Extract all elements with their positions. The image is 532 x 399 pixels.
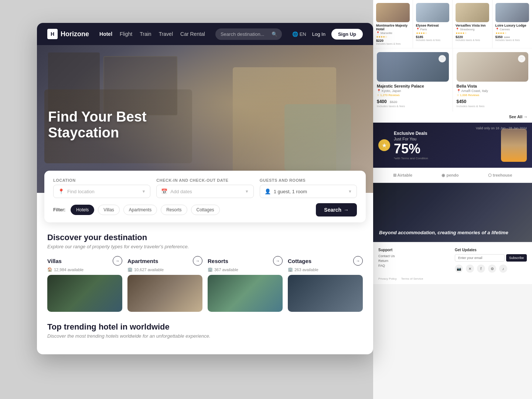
hotel-4-name: Loire Luxury Lodge <box>495 24 529 27</box>
footer-legal: Privacy Policy Terms of Service <box>378 277 527 280</box>
hotel-mini-1[interactable]: Montmartre Majesty Hotel 📍 Marseille ★★★… <box>373 0 413 48</box>
deals-banner: ★ Exclusive Deals Just For You 75% *with… <box>373 123 532 168</box>
guests-chevron-icon: ▼ <box>348 189 352 194</box>
footer-support: Support Contact Us Return FAQ <box>378 248 450 273</box>
deals-subtitle: Just For You <box>394 137 497 141</box>
logo-icon: H <box>47 29 58 39</box>
heart-icon-2[interactable]: ♡ <box>518 55 525 62</box>
language-button[interactable]: 🌐 EN <box>292 31 306 37</box>
instagram-icon[interactable]: 📷 <box>455 265 463 273</box>
signup-button[interactable]: Sign Up <box>331 29 363 40</box>
hotel-1-stars: ★★★★☆ <box>376 35 410 38</box>
hotel-large-2[interactable]: ♡ Bella Vista 📍 Amalfi Coast, Italy ☆ 1,… <box>453 48 532 112</box>
hotel-large-1-name: Majestic Serenity Palace <box>377 84 449 88</box>
right-panel: Montmartre Majesty Hotel 📍 Marseille ★★★… <box>373 0 532 399</box>
location-input[interactable]: 📍 Find location ▼ <box>53 185 150 198</box>
hotel-mini-img-4 <box>495 3 529 22</box>
main-card: H Horizone Hotel Flight Train Travel Car… <box>37 23 373 354</box>
filter-villas[interactable]: Villas <box>98 205 119 215</box>
hotel-large-1-loc-icon: 📍 <box>377 89 381 93</box>
footer-email-input[interactable] <box>455 254 505 262</box>
hotel-mini-4[interactable]: Loire Luxury Lodge 📍 Cannes ★★★★☆ $350 $… <box>492 0 532 48</box>
tiktok-icon[interactable]: ♪ <box>499 265 507 273</box>
hero-title: Find Your Best Staycation <box>48 109 203 141</box>
resorts-count: 🏢 367 available <box>208 267 283 272</box>
subscribe-button[interactable]: Subscribe <box>506 254 527 262</box>
hotel-3-loc-icon: 📍 <box>456 28 459 31</box>
nav-train[interactable]: Train <box>140 31 151 37</box>
location-field: Location 📍 Find location ▼ <box>53 178 150 198</box>
footer-updates: Get Updates Subscribe 📷 ✕ f ⚙ ♪ <box>455 248 527 273</box>
apartments-building-icon: 🏢 <box>127 267 133 272</box>
hotel-3-tax: Includes taxes & fees <box>456 39 489 41</box>
hotel-2-stars: ★★★★☆ <box>416 32 450 35</box>
cottages-building-icon: 🏢 <box>288 267 293 272</box>
date-field: Check-in and Check-out Date 📅 Add dates … <box>156 178 253 198</box>
hotel-1-location: 📍 Marseille <box>376 31 410 35</box>
hotel-mini-img-1 <box>376 3 410 22</box>
hotel-large-1[interactable]: ♡ Majestic Serenity Palace 📍 Kyoto, Japa… <box>373 48 453 112</box>
hotel-mini-2[interactable]: Elysee Retreat 📍 Paris ★★★★☆ $185 Includ… <box>413 0 453 48</box>
see-all-link[interactable]: See All → <box>373 112 532 122</box>
deals-valid: Valid only on 16 Jan - 28 Jan 2024 <box>476 126 527 130</box>
globe-icon: 🌐 <box>292 31 298 37</box>
location-icon: 📍 <box>58 188 64 194</box>
hotel-mini-3[interactable]: Versailles Vista Inn 📍 Strasbourg ★★★★☆ … <box>453 0 492 48</box>
villas-name: Villas <box>47 258 62 264</box>
promo-overlay: Beyond accommodation, creating memories … <box>373 183 532 242</box>
terms-of-service-link[interactable]: Terms of Service <box>401 277 423 280</box>
filter-cottages[interactable]: Cottages <box>191 205 220 215</box>
property-cottages[interactable]: Cottages → 🏢 263 available <box>288 256 363 312</box>
property-villas[interactable]: Villas → 🏠 12,984 available <box>47 256 122 312</box>
guests-input[interactable]: 👤 1 guest, 1 room ▼ <box>260 185 357 198</box>
partner-logos-row: ⊞ Airtable ◉ pendo ⬡ treehouse <box>373 168 532 182</box>
nav-travel[interactable]: Travel <box>159 31 173 37</box>
apartments-arrow: → <box>193 256 202 266</box>
filter-apartments[interactable]: Apartments <box>123 205 157 215</box>
resorts-image <box>208 275 283 312</box>
social-icons: 📷 ✕ f ⚙ ♪ <box>455 265 527 273</box>
guests-field: Guests and Rooms 👤 1 guest, 1 room ▼ <box>260 178 357 198</box>
hotel-2-price: $185 <box>416 35 450 39</box>
twitter-x-icon[interactable]: ✕ <box>466 265 474 273</box>
contact-us-link[interactable]: Contact Us <box>378 254 450 258</box>
property-resorts[interactable]: Resorts → 🏢 367 available <box>208 256 283 312</box>
cottages-image <box>288 275 363 312</box>
property-apartments[interactable]: Apartments → 🏢 10,627 available <box>127 256 202 312</box>
hotel-large-2-tax: Includes taxes & fees <box>457 105 529 108</box>
hotel-large-1-stars: ☆ 1,270 Reviews <box>377 93 449 97</box>
discord-icon[interactable]: ⚙ <box>488 265 496 273</box>
discover-title: Discover your destination <box>47 233 363 242</box>
login-button[interactable]: Log In <box>312 31 325 37</box>
search-panel: Location 📍 Find location ▼ Check-in and … <box>44 171 366 222</box>
nav-car-rental[interactable]: Car Rental <box>180 31 205 37</box>
return-link[interactable]: Return <box>378 259 450 263</box>
search-button[interactable]: Search → <box>316 203 357 216</box>
date-chevron-icon: ▼ <box>245 189 249 194</box>
nav-hotel[interactable]: Hotel <box>99 31 112 37</box>
deals-badge-icon: ★ <box>378 139 390 151</box>
filter-hotels[interactable]: Hotels <box>71 205 94 215</box>
hotel-large-2-loc-icon: 📍 <box>457 89 461 93</box>
promo-text: Beyond accommodation, creating memories … <box>379 230 508 236</box>
discover-subtitle: Explore our range of property types for … <box>47 244 363 249</box>
nav-flight[interactable]: Flight <box>120 31 132 37</box>
faq-link[interactable]: FAQ <box>378 264 450 267</box>
lang-label: EN <box>300 31 306 37</box>
hotel-4-loc-icon: 📍 <box>495 28 499 31</box>
date-label: Check-in and Check-out Date <box>156 178 253 183</box>
property-grid: Villas → 🏠 12,984 available Apartments →… <box>47 256 363 312</box>
heart-icon-1[interactable]: ♡ <box>439 55 446 62</box>
hotel-4-orig-price: $388 <box>504 36 510 38</box>
hotel-1-loc-icon: 📍 <box>376 31 380 35</box>
hotel-mini-row: Montmartre Majesty Hotel 📍 Marseille ★★★… <box>373 0 532 48</box>
filter-resorts[interactable]: Resorts <box>161 205 187 215</box>
search-bar: 🔍 <box>215 28 282 40</box>
date-input[interactable]: 📅 Add dates ▼ <box>156 185 253 198</box>
hotel-3-stars: ★★★★☆ <box>456 32 489 35</box>
privacy-policy-link[interactable]: Privacy Policy <box>378 277 397 280</box>
deals-text: Exclusive Deals Just For You 75% *with T… <box>394 131 497 160</box>
deals-terms: *with Terms and Condition <box>394 157 497 160</box>
hotel-large-1-price: $400 <box>377 99 387 104</box>
facebook-icon[interactable]: f <box>477 265 485 273</box>
